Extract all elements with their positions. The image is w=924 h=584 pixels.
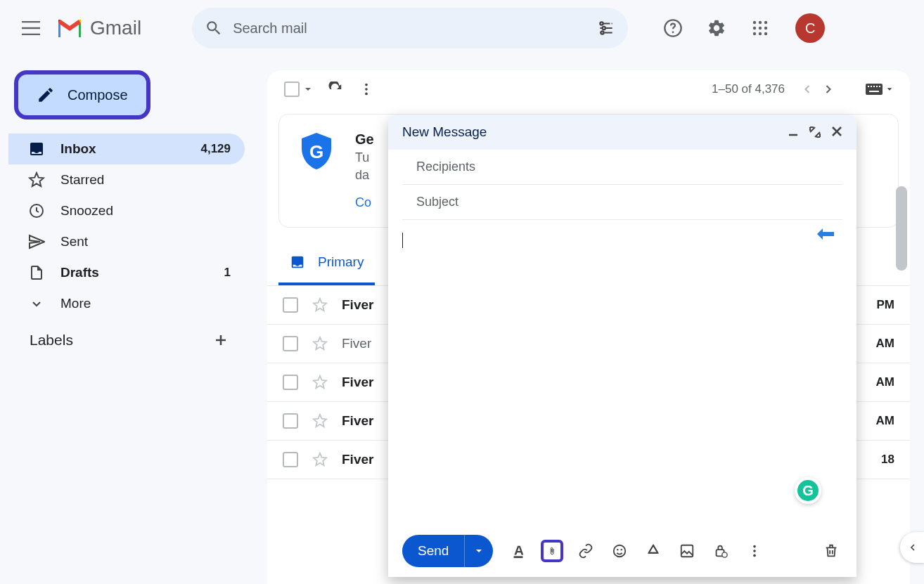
scrollbar[interactable] xyxy=(896,186,907,271)
select-all[interactable] xyxy=(284,82,312,97)
nav-count: 1 xyxy=(224,266,231,280)
gmail-logo[interactable]: Gmail xyxy=(56,17,141,39)
checkbox-icon xyxy=(284,82,300,97)
insert-emoji-button[interactable] xyxy=(608,540,631,562)
confidential-mode-button[interactable] xyxy=(710,540,732,562)
svg-point-17 xyxy=(365,93,368,96)
main-menu-button[interactable] xyxy=(14,11,48,45)
prev-page-button[interactable] xyxy=(800,82,814,96)
sidebar-item-sent[interactable]: Sent xyxy=(8,226,245,257)
svg-point-0 xyxy=(600,22,603,25)
svg-point-15 xyxy=(365,84,368,86)
chevron-down-icon xyxy=(28,295,45,312)
compose-label: Compose xyxy=(68,87,128,103)
sidebar-item-starred[interactable]: Starred xyxy=(8,164,245,195)
subject-input[interactable] xyxy=(416,195,828,209)
checkbox-icon[interactable] xyxy=(283,375,298,390)
star-button[interactable] xyxy=(312,375,328,390)
email-time: 18 xyxy=(881,453,894,467)
checkbox-icon[interactable] xyxy=(283,336,298,351)
sidebar-item-inbox[interactable]: Inbox 4,129 xyxy=(8,134,245,164)
link-icon xyxy=(578,543,593,559)
star-button[interactable] xyxy=(312,413,328,429)
apps-grid-icon xyxy=(752,20,769,37)
grammarly-badge[interactable]: G xyxy=(795,477,821,504)
star-icon xyxy=(28,171,45,188)
sidebar-item-drafts[interactable]: Drafts 1 xyxy=(8,257,245,288)
clock-icon xyxy=(28,202,45,219)
svg-point-8 xyxy=(753,27,756,30)
send-button[interactable]: Send xyxy=(402,535,493,567)
svg-rect-18 xyxy=(866,84,883,95)
star-button[interactable] xyxy=(312,336,328,351)
more-vert-icon xyxy=(747,543,762,559)
email-time: AM xyxy=(876,375,894,389)
svg-point-16 xyxy=(365,88,368,91)
drive-icon xyxy=(646,543,661,559)
extension-icon[interactable] xyxy=(816,227,835,241)
refresh-button[interactable] xyxy=(328,82,343,97)
add-label-button[interactable] xyxy=(212,332,229,349)
send-options[interactable] xyxy=(465,538,493,564)
checkbox-icon[interactable] xyxy=(283,413,298,429)
svg-point-13 xyxy=(764,32,767,35)
dropdown-caret-icon xyxy=(475,547,483,555)
star-button[interactable] xyxy=(312,452,328,467)
document-icon xyxy=(28,264,45,281)
checkbox-icon[interactable] xyxy=(283,452,298,467)
nav-count: 4,129 xyxy=(200,142,231,156)
svg-point-9 xyxy=(759,27,762,30)
insert-link-button[interactable] xyxy=(575,540,597,562)
close-button[interactable] xyxy=(831,126,842,137)
sidebar-item-snoozed[interactable]: Snoozed xyxy=(8,195,245,226)
next-page-button[interactable] xyxy=(821,82,835,96)
account-avatar[interactable]: C xyxy=(795,13,825,43)
compose-button[interactable]: Compose xyxy=(14,70,150,119)
recipients-input[interactable] xyxy=(416,160,828,174)
svg-point-10 xyxy=(764,27,767,30)
tab-label: Primary xyxy=(318,254,364,270)
email-sender: Fiver xyxy=(342,452,373,467)
more-options-button[interactable] xyxy=(359,82,374,97)
input-tools[interactable] xyxy=(865,83,893,96)
labels-title: Labels xyxy=(30,332,73,349)
formatting-button[interactable] xyxy=(507,540,530,562)
promo-link[interactable]: Co xyxy=(355,195,371,210)
attach-file-button[interactable] xyxy=(541,540,563,562)
emoji-icon xyxy=(612,543,627,559)
inbox-icon xyxy=(28,141,45,157)
svg-point-29 xyxy=(621,549,622,550)
fullscreen-button[interactable] xyxy=(809,126,821,138)
apps-button[interactable] xyxy=(745,13,776,44)
nav-label: Drafts xyxy=(60,265,209,280)
support-button[interactable] xyxy=(657,13,688,44)
subject-field[interactable] xyxy=(402,185,842,220)
text-cursor xyxy=(402,233,403,248)
discard-draft-button[interactable] xyxy=(820,540,842,562)
checkbox-icon[interactable] xyxy=(283,297,298,313)
sidebar-item-more[interactable]: More xyxy=(8,288,245,319)
minimize-button[interactable] xyxy=(788,126,799,137)
svg-rect-30 xyxy=(681,545,693,557)
nav-label: Inbox xyxy=(60,141,185,157)
search-options-icon[interactable] xyxy=(597,19,615,37)
dropdown-caret-icon xyxy=(304,85,312,93)
email-sender: Fiver xyxy=(342,413,373,429)
shield-icon: G xyxy=(299,131,334,171)
insert-photo-button[interactable] xyxy=(676,540,698,562)
more-compose-options[interactable] xyxy=(743,540,766,562)
search-input[interactable] xyxy=(233,20,587,37)
star-button[interactable] xyxy=(312,297,328,313)
search-bar[interactable] xyxy=(192,8,628,48)
compose-body[interactable] xyxy=(388,220,856,525)
recipients-field[interactable] xyxy=(402,150,842,185)
svg-point-35 xyxy=(754,554,757,557)
labels-section: Labels xyxy=(8,319,245,356)
tab-primary[interactable]: Primary xyxy=(278,242,375,285)
insert-drive-button[interactable] xyxy=(642,540,665,562)
compose-title: New Message xyxy=(402,124,788,140)
hamburger-icon xyxy=(22,21,40,35)
gmail-icon xyxy=(56,18,83,39)
compose-header[interactable]: New Message xyxy=(388,115,856,150)
settings-button[interactable] xyxy=(701,13,732,44)
